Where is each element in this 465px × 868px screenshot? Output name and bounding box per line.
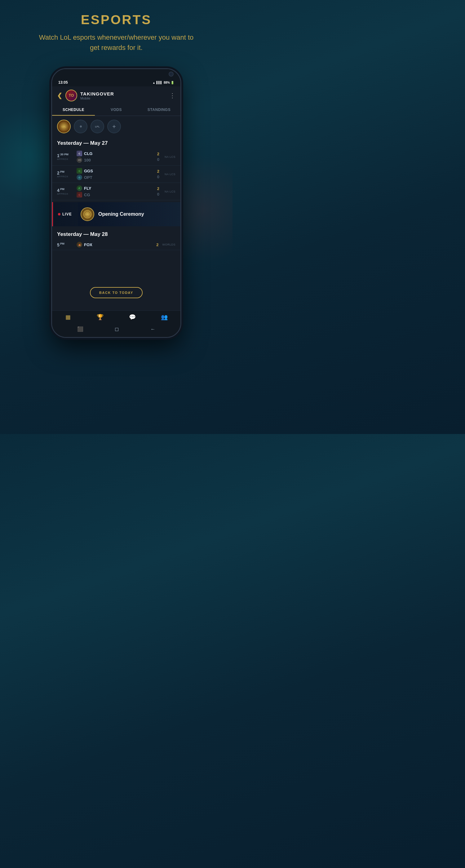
- score-col-fox: 2: [155, 242, 161, 247]
- nav-chat[interactable]: 💬: [116, 314, 149, 320]
- match-teams-1: C CLG 100 100: [74, 151, 156, 163]
- time-main-3: 4 PM: [57, 188, 74, 193]
- team-info: TAKINGOVER Mobile: [80, 91, 166, 100]
- team-abbr-fox: FOX: [84, 242, 92, 247]
- league-badge-fox: WORLDS: [162, 243, 176, 246]
- team-subtitle: Mobile: [80, 96, 166, 100]
- team-abbr-cg: CG: [84, 192, 90, 197]
- android-back-button[interactable]: ←: [150, 327, 155, 332]
- score-fly: 2: [157, 186, 159, 191]
- android-home-button[interactable]: ◻: [115, 326, 119, 332]
- team-row-cg: C CG: [76, 192, 156, 197]
- nav-trophy[interactable]: 🏆: [84, 314, 117, 320]
- back-today-wrapper: BACK TO TODAY: [90, 287, 143, 298]
- match-row-3[interactable]: 4 PM APPROX F FLY C: [52, 183, 180, 200]
- live-event-logo: [80, 207, 95, 222]
- nav-community[interactable]: 👥: [149, 314, 181, 320]
- team-row-opt: O OPT: [76, 175, 156, 180]
- time-label-2: APPROX: [57, 175, 74, 178]
- logo-fly: F: [76, 185, 82, 191]
- filter-lol[interactable]: LoL: [57, 120, 71, 133]
- match-teams-fox: 🦊 FOX: [74, 242, 155, 247]
- filter-row: LoL ⚙ LPL +: [52, 116, 180, 137]
- schedule-content: Yesterday — May 27 1:30 PM APPROX C: [52, 137, 180, 310]
- lol-logo-circle: [81, 207, 94, 221]
- phone-camera: [168, 72, 174, 76]
- community-icon: 👥: [161, 314, 168, 320]
- team-name: TAKINGOVER: [80, 91, 166, 96]
- team-row-ggs: G GGS: [76, 168, 156, 174]
- filter-add[interactable]: +: [107, 120, 121, 133]
- time-main-1: 1:30 PM: [57, 153, 74, 158]
- filter-lpl[interactable]: LPL: [91, 120, 104, 133]
- signal-icon: ▌▌▌: [157, 81, 162, 84]
- score-clg: 2: [157, 152, 159, 156]
- logo-ggs: G: [76, 168, 82, 174]
- tab-bar: SCHEDULE VODS STANDINGS: [52, 104, 180, 116]
- time-col-2: 2 PM APPROX: [57, 170, 74, 178]
- time-col-1: 1:30 PM APPROX: [57, 153, 74, 161]
- team-abbr-clg: CLG: [84, 151, 92, 156]
- league-badge-2: NA LCS: [163, 173, 176, 176]
- score-opt: 0: [157, 175, 159, 179]
- team-abbr-fly: FLY: [84, 186, 91, 191]
- logo-clg: C: [76, 151, 82, 156]
- schedule-icon: ▦: [65, 314, 71, 320]
- more-options-button[interactable]: ⋮: [169, 92, 176, 99]
- date-header-2: Yesterday — May 28: [52, 228, 180, 239]
- app-header: ❮ TO TAKINGOVER Mobile ⋮: [52, 87, 180, 104]
- time-label-3: APPROX: [57, 192, 74, 195]
- match-row-1[interactable]: 1:30 PM APPROX C CLG 10: [52, 148, 180, 165]
- page-subtitle: Watch LoL esports whenever/wherever you …: [39, 32, 194, 53]
- page-title: ESPORTS: [39, 12, 194, 27]
- chat-icon: 💬: [129, 314, 136, 320]
- time-label-1: APPROX: [57, 158, 74, 161]
- match-row-2[interactable]: 2 PM APPROX G GGS O: [52, 165, 180, 183]
- team-abbr-opt: OPT: [84, 175, 92, 180]
- app-content: ❮ TO TAKINGOVER Mobile ⋮ SCHEDULE VODS S…: [52, 87, 180, 337]
- match-row-fox[interactable]: 5 PM 🦊 FOX 2 WORLDS: [52, 239, 180, 250]
- match-teams-3: F FLY C CG: [74, 185, 156, 197]
- live-label: LIVE: [62, 212, 72, 216]
- logo-opt: O: [76, 175, 82, 180]
- date-header-1: Yesterday — May 27: [52, 137, 180, 148]
- nav-schedule[interactable]: ▦: [52, 314, 84, 320]
- league-badge-1: NA LCS: [163, 155, 176, 158]
- tab-schedule[interactable]: SCHEDULE: [52, 104, 95, 116]
- time-main-2: 2 PM: [57, 170, 74, 176]
- back-today-button[interactable]: BACK TO TODAY: [90, 287, 143, 298]
- team-row-fly: F FLY: [76, 185, 156, 191]
- team-abbr-ggs: GGS: [84, 168, 93, 173]
- team-row-100: 100 100: [76, 157, 156, 163]
- android-recent-button[interactable]: ⬛: [77, 326, 83, 332]
- live-indicator: LIVE: [58, 212, 76, 216]
- tab-standings[interactable]: STANDINGS: [137, 104, 180, 116]
- bottom-nav: ▦ 🏆 💬 👥: [52, 310, 180, 323]
- score-col-2: 2 0: [156, 169, 162, 179]
- time-col-3: 4 PM APPROX: [57, 188, 74, 196]
- tab-vods[interactable]: VODS: [95, 104, 137, 116]
- logo-cg: C: [76, 192, 82, 197]
- score-fox: 2: [156, 242, 158, 247]
- live-event-name: Opening Ceremony: [98, 211, 176, 217]
- phone-frame: 13:05 ▌▌▌ 88% 🔋 ❮ TO TAKINGOVER Mo: [51, 68, 181, 338]
- score-col-1: 2 0: [156, 152, 162, 162]
- live-dot: [58, 213, 60, 215]
- score-cg: 0: [157, 192, 159, 196]
- page-header: ESPORTS Watch LoL esports whenever/where…: [20, 0, 212, 62]
- team-row-fox: 🦊 FOX: [76, 242, 155, 247]
- filter-2[interactable]: ⚙: [74, 120, 87, 133]
- league-badge-3: NA LCS: [163, 190, 176, 193]
- back-button[interactable]: ❮: [57, 92, 62, 99]
- status-icons: ▌▌▌ 88% 🔋: [153, 81, 174, 84]
- live-card[interactable]: LIVE Opening Ceremony: [52, 202, 180, 226]
- score-ggs: 2: [157, 169, 159, 174]
- logo-fox: 🦊: [76, 242, 82, 247]
- score-100: 0: [157, 157, 159, 162]
- phone-notch: [52, 69, 180, 79]
- team-abbr-100: 100: [84, 158, 91, 162]
- wifi-icon: [153, 81, 155, 84]
- match-teams-2: G GGS O OPT: [74, 168, 156, 180]
- status-time: 13:05: [58, 80, 68, 85]
- battery-indicator: 88% 🔋: [164, 81, 174, 84]
